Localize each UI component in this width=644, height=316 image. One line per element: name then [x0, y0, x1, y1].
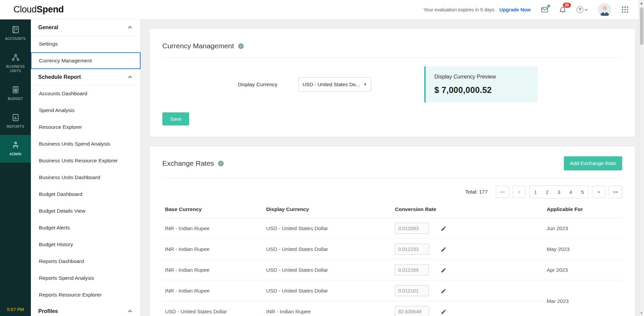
table-row: INR - Indian Rupee USD - United States D…: [162, 260, 622, 280]
feedback-mail-button[interactable]: [541, 6, 549, 14]
app-logo: CloudSpend: [13, 4, 64, 15]
display-currency-select[interactable]: USD - United States Do... ▼: [298, 77, 371, 92]
primary-nav-rail: ACCOUNTS BUSINESS UNITS BUDGET REPORTS: [0, 19, 31, 316]
scrollbar-thumb[interactable]: [640, 7, 643, 45]
section-label: Profiles: [38, 308, 58, 314]
admin-sidebar: General Settings Currency Management Sch…: [31, 19, 141, 316]
unread-dot: [547, 5, 550, 7]
base-currency-cell: USD - United States Dollar: [162, 301, 264, 316]
conversion-rate-input[interactable]: [395, 244, 429, 255]
base-currency-cell: INR - Indian Rupee: [162, 260, 264, 280]
applicable-for-cell: Apr 2023: [544, 260, 622, 280]
sidebar-item-budget-history[interactable]: Budget History: [31, 236, 141, 253]
pagination-last-button[interactable]: >>: [609, 186, 622, 198]
upgrade-now-link[interactable]: Upgrade Now: [499, 7, 531, 12]
clock-time: 5:57 PM: [0, 307, 31, 312]
pagination-page-3[interactable]: 3: [553, 186, 565, 198]
user-avatar[interactable]: [598, 3, 611, 16]
sidebar-item-budget-dashboard[interactable]: Budget Dashboard: [31, 186, 141, 203]
section-profiles[interactable]: Profiles: [31, 303, 141, 316]
sidebar-item-budget-alerts[interactable]: Budget Alerts: [31, 219, 141, 236]
edit-icon[interactable]: [441, 288, 446, 294]
notifications-button[interactable]: 20: [559, 6, 567, 13]
sidebar-item-budget-details-view[interactable]: Budget Details View: [31, 203, 141, 219]
logo-part-spend: Spend: [37, 4, 64, 14]
info-icon[interactable]: i: [238, 43, 244, 49]
total-count-label: Total: 177: [465, 189, 488, 195]
page-scrollbar: ▲ ▼: [639, 0, 644, 316]
edit-icon[interactable]: [441, 309, 446, 315]
budget-icon: [11, 86, 20, 94]
chevron-up-icon: [128, 76, 132, 80]
display-currency-preview: Display Currency Preview $ 7,000,000.52: [424, 66, 538, 102]
page-title: Currency Management: [162, 42, 234, 50]
logo-part-cloud: Cloud: [13, 4, 37, 14]
evaluation-expiry-text: Your evaluation expires in 5 days: [423, 7, 494, 12]
help-icon: ?: [577, 6, 583, 13]
conversion-rate-input[interactable]: [395, 264, 429, 275]
sidebar-item-reports-dashboard[interactable]: Reports Dashboard: [31, 253, 141, 270]
sidebar-item-reports-resource-explorer[interactable]: Reports Resource Explorer: [31, 286, 141, 303]
pagination-page-5[interactable]: 5: [577, 186, 588, 198]
add-exchange-rate-button[interactable]: Add Exchange Rate: [564, 156, 622, 170]
pagination-next-button[interactable]: >: [592, 186, 605, 198]
pagination-page-4[interactable]: 4: [565, 186, 577, 198]
info-icon[interactable]: i: [218, 161, 224, 166]
preview-title: Display Currency Preview: [434, 74, 529, 80]
section-schedule-report[interactable]: Schedule Report: [31, 69, 141, 85]
edit-icon[interactable]: [441, 247, 446, 252]
base-currency-cell: INR - Indian Rupee: [162, 218, 264, 239]
sidebar-item-reports-spend-analysis[interactable]: Reports Spend Analysis: [31, 270, 141, 286]
rail-item-admin[interactable]: ADMIN: [0, 135, 31, 163]
business-units-icon: [11, 53, 20, 62]
sidebar-item-currency-management[interactable]: Currency Management: [31, 52, 141, 69]
rail-item-reports[interactable]: REPORTS: [0, 107, 31, 135]
applicable-for-cell: Mar 2023: [544, 280, 622, 316]
applicable-for-cell: May 2023: [544, 239, 622, 260]
help-menu-button[interactable]: ?: [577, 6, 588, 13]
edit-icon[interactable]: [441, 267, 446, 273]
sidebar-item-accounts-dashboard[interactable]: Accounts Dashboard: [31, 85, 141, 102]
applicable-for-cell: Jun 2023: [544, 218, 622, 239]
display-currency-cell: USD - United States Dollar: [264, 218, 392, 239]
conversion-rate-input[interactable]: [395, 223, 429, 234]
edit-icon[interactable]: [441, 226, 446, 231]
sidebar-item-resource-explorer[interactable]: Resource Explorer: [31, 119, 141, 136]
pagination-page-1[interactable]: 1: [530, 186, 541, 198]
sidebar-item-bu-resource-explorer[interactable]: Business Units Resource Explorer: [31, 152, 141, 169]
scrollbar-down-arrow[interactable]: ▼: [640, 311, 643, 315]
rail-item-budget[interactable]: BUDGET: [0, 80, 31, 107]
pagination-first-button[interactable]: <<: [496, 186, 509, 198]
chevron-down-icon: [585, 8, 588, 11]
currency-management-card: Currency Management i Display Currency U…: [149, 28, 635, 137]
rail-item-accounts[interactable]: ACCOUNTS: [0, 19, 31, 47]
exchange-rates-card: Exchange Rates i Add Exchange Rate Total…: [149, 146, 635, 316]
chevron-down-icon: ▼: [364, 83, 367, 86]
apps-grid-icon: [622, 6, 629, 13]
avatar-image: [598, 3, 611, 16]
rail-label: BUSINESS UNITS: [1, 64, 30, 73]
display-currency-cell: USD - United States Dollar: [264, 239, 392, 260]
exchange-rates-table: Base Currency Display Currency Conversio…: [162, 201, 622, 316]
sidebar-item-bu-dashboard[interactable]: Business Units Dashboard: [31, 169, 141, 186]
column-header-conversion-rate: Conversion Rate: [392, 201, 544, 218]
preview-value: $ 7,000,000.52: [434, 85, 529, 95]
rail-label: REPORTS: [7, 124, 24, 129]
section-general[interactable]: General: [31, 19, 141, 36]
pagination: Total: 177 << < 1 2 3 4 5 > >>: [162, 186, 622, 198]
main-content: Currency Management i Display Currency U…: [141, 19, 644, 316]
conversion-rate-input[interactable]: [395, 306, 429, 316]
pagination-prev-button[interactable]: <: [513, 186, 526, 198]
save-button[interactable]: Save: [162, 112, 189, 125]
apps-grid-button[interactable]: [622, 6, 629, 13]
divider: [162, 178, 622, 178]
sidebar-item-bu-spend-analysis[interactable]: Business Units Spend Analysis: [31, 136, 141, 152]
sidebar-item-spend-analysis[interactable]: Spend Analysis: [31, 102, 141, 119]
scrollbar-up-arrow[interactable]: ▲: [640, 0, 643, 6]
rail-item-business-units[interactable]: BUSINESS UNITS: [0, 47, 31, 80]
section-label: General: [38, 24, 58, 31]
display-currency-cell: USD - United States Dollar: [264, 280, 392, 301]
sidebar-item-settings[interactable]: Settings: [31, 36, 141, 52]
pagination-page-2[interactable]: 2: [541, 186, 553, 198]
conversion-rate-input[interactable]: [395, 285, 429, 296]
